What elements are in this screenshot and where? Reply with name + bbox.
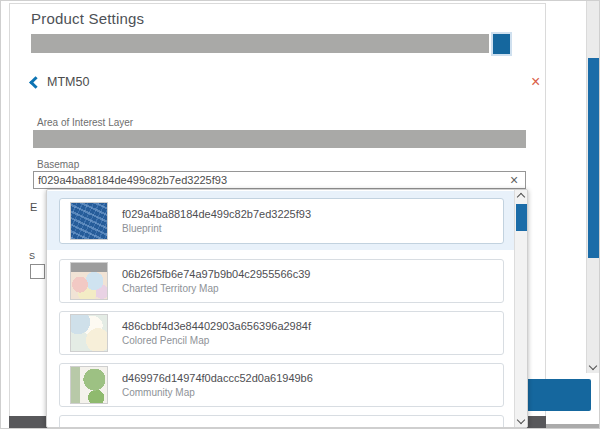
basemap-option-name: Community Map bbox=[122, 387, 313, 398]
basemap-option-id: f029a4ba88184de499c82b7ed3225f93 bbox=[122, 208, 311, 220]
basemap-option-name: Colored Pencil Map bbox=[122, 335, 311, 346]
basemap-option-name: Blueprint bbox=[122, 223, 311, 234]
back-link[interactable]: MTM50 bbox=[31, 75, 89, 89]
dropdown-scrollbar-thumb[interactable] bbox=[516, 204, 527, 231]
hidden-label-fragment-s: S bbox=[29, 251, 35, 261]
aoi-field-label: Area of Interest Layer bbox=[37, 117, 133, 128]
basemap-thumbnail bbox=[70, 314, 108, 352]
page-scrollbar[interactable] bbox=[586, 1, 599, 373]
basemap-option-community[interactable]: d469976d14974f0daccc52d0a61949b6 Communi… bbox=[59, 363, 504, 407]
app-window: Product Settings MTM50 × Area of Interes… bbox=[0, 0, 600, 429]
basemap-thumbnail bbox=[70, 366, 108, 404]
basemap-option-name: Charted Territory Map bbox=[122, 283, 310, 294]
basemap-option-partial[interactable] bbox=[59, 415, 504, 428]
hidden-label-fragment-e: E bbox=[30, 201, 37, 213]
window-bottom-edge bbox=[546, 424, 600, 429]
page-scrollbar-thumb[interactable] bbox=[588, 58, 599, 258]
basemap-option-charted-territory[interactable]: 06b26f5fb6e74a97b9b04c2955566c39 Charted… bbox=[59, 259, 504, 303]
basemap-option-colored-pencil[interactable]: 486cbbf4d3e84402903a656396a2984f Colored… bbox=[59, 311, 504, 355]
basemap-option-id: 06b26f5fb6e74a97b9b04c2955566c39 bbox=[122, 268, 310, 280]
clear-input-icon[interactable]: × bbox=[506, 171, 522, 189]
basemap-field-label: Basemap bbox=[37, 159, 79, 170]
page-title: Product Settings bbox=[31, 10, 144, 27]
scroll-down-icon[interactable] bbox=[589, 362, 597, 370]
redacted-field-bar bbox=[31, 34, 489, 53]
accent-square-button[interactable] bbox=[493, 34, 510, 54]
scroll-down-icon[interactable] bbox=[517, 416, 525, 424]
scroll-up-icon[interactable] bbox=[517, 193, 525, 201]
basemap-thumbnail bbox=[70, 262, 108, 300]
basemap-option-id: d469976d14974f0daccc52d0a61949b6 bbox=[122, 372, 313, 384]
dropdown-scrollbar[interactable] bbox=[514, 190, 527, 427]
primary-action-button[interactable] bbox=[523, 379, 591, 411]
basemap-option-blueprint[interactable]: f029a4ba88184de499c82b7ed3225f93 Bluepri… bbox=[59, 198, 504, 244]
close-icon[interactable]: × bbox=[531, 74, 540, 90]
basemap-dropdown: f029a4ba88184de499c82b7ed3225f93 Bluepri… bbox=[46, 189, 528, 428]
basemap-thumbnail bbox=[70, 202, 108, 240]
hidden-checkbox[interactable] bbox=[30, 264, 45, 279]
basemap-input[interactable] bbox=[33, 171, 526, 189]
chevron-left-icon bbox=[29, 76, 42, 89]
aoi-input-redacted[interactable] bbox=[33, 130, 526, 148]
back-link-label: MTM50 bbox=[47, 75, 89, 89]
basemap-option-id: 486cbbf4d3e84402903a656396a2984f bbox=[122, 320, 311, 332]
